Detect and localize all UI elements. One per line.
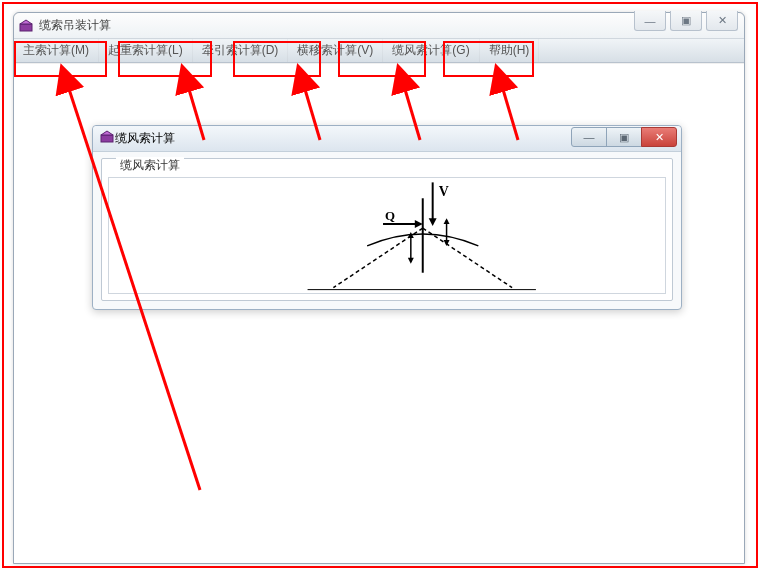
child-window: 缆风索计算 — ▣ ✕ 缆风索计算 V — [92, 125, 682, 310]
diagram-area: V Q — [108, 177, 666, 294]
svg-marker-14 — [408, 258, 414, 264]
client-area: 缆风索计算 — ▣ ✕ 缆风索计算 V — [14, 64, 744, 563]
main-window-controls: — ▣ ✕ — [634, 11, 738, 31]
child-minimize-button[interactable]: — — [571, 127, 607, 147]
svg-line-16 — [423, 228, 512, 288]
child-titlebar[interactable]: 缆风索计算 — ▣ ✕ — [93, 126, 681, 152]
svg-marker-6 — [429, 218, 437, 226]
maximize-button[interactable]: ▣ — [670, 11, 702, 31]
svg-rect-0 — [20, 24, 32, 31]
svg-marker-1 — [20, 20, 32, 24]
menu-help[interactable]: 帮助(H) — [480, 39, 540, 62]
minimize-button[interactable]: — — [634, 11, 666, 31]
menubar: 主索计算(M) 起重索计算(L) 牵引索计算(D) 横移索计算(V) 缆风索计算… — [14, 39, 744, 63]
menu-main-cable[interactable]: 主索计算(M) — [14, 39, 99, 62]
child-window-title: 缆风索计算 — [115, 130, 175, 147]
child-window-controls: — ▣ ✕ — [572, 127, 677, 147]
svg-marker-8 — [415, 220, 423, 228]
diagram-label-v: V — [439, 184, 449, 199]
menu-lift-cable[interactable]: 起重索计算(L) — [99, 39, 193, 62]
child-app-icon — [99, 129, 115, 148]
child-close-button[interactable]: ✕ — [641, 127, 677, 147]
menu-traction-cable[interactable]: 牵引索计算(D) — [193, 39, 289, 62]
menu-lateral-cable[interactable]: 横移索计算(V) — [288, 39, 383, 62]
menu-guy-cable[interactable]: 缆风索计算(G) — [383, 39, 479, 62]
svg-marker-3 — [101, 131, 113, 135]
close-button[interactable]: ✕ — [706, 11, 738, 31]
diagram-label-q: Q — [385, 209, 395, 223]
main-titlebar[interactable]: 缆索吊装计算 — ▣ ✕ — [14, 13, 744, 39]
app-icon — [18, 18, 34, 34]
main-window: 缆索吊装计算 — ▣ ✕ 主索计算(M) 起重索计算(L) 牵引索计算(D) 横… — [13, 12, 745, 564]
svg-rect-2 — [101, 135, 113, 142]
child-groupbox: 缆风索计算 V Q — [101, 158, 673, 301]
svg-marker-10 — [444, 218, 450, 224]
group-label: 缆风索计算 — [116, 157, 184, 174]
child-maximize-button[interactable]: ▣ — [606, 127, 642, 147]
main-window-title: 缆索吊装计算 — [39, 17, 111, 34]
diagram-svg: V Q — [109, 178, 665, 293]
